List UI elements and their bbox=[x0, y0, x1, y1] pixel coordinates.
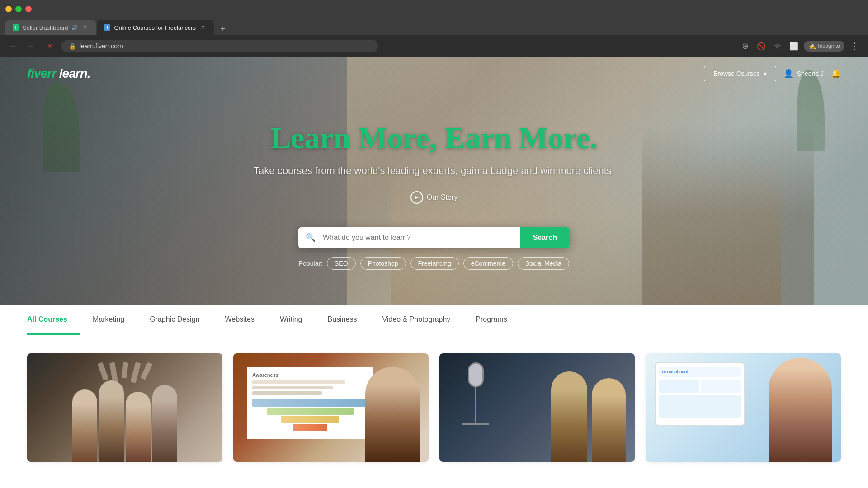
person-silhouette-2 bbox=[365, 367, 420, 462]
search-button[interactable]: Search bbox=[520, 227, 570, 248]
forward-button[interactable]: → bbox=[25, 40, 38, 52]
tag-social-media[interactable]: Social Media bbox=[518, 257, 569, 270]
tag-photoshop[interactable]: Photoshop bbox=[360, 257, 406, 270]
our-story-button[interactable]: ▶ Our Story bbox=[410, 191, 458, 204]
incognito-icon: 🕵️ bbox=[808, 42, 816, 50]
tab-bar: f Seller Dashboard 🔊 ✕ f Online Courses … bbox=[0, 18, 868, 35]
tabs-section: All Courses Marketing Graphic Design Web… bbox=[0, 305, 868, 335]
user-name: Sheena J bbox=[797, 70, 824, 77]
incognito-badge[interactable]: 🕵️ Incognito bbox=[804, 41, 844, 52]
maximize-button[interactable] bbox=[15, 6, 22, 12]
browse-courses-label: Browse Courses bbox=[713, 70, 760, 77]
tab-graphic-design[interactable]: Graphic Design bbox=[137, 305, 212, 335]
eye-slash-icon[interactable]: 🚫 bbox=[755, 40, 768, 52]
tab-all-courses[interactable]: All Courses bbox=[27, 305, 80, 335]
search-input[interactable] bbox=[323, 227, 520, 248]
hero-nav: fiverr learn. Browse Courses ▾ 👤 Sheena … bbox=[0, 57, 868, 90]
address-field[interactable]: 🔒 learn.fiverr.com bbox=[61, 40, 378, 52]
hero-nav-right: Browse Courses ▾ 👤 Sheena J 🔔 bbox=[704, 66, 841, 81]
address-bar: ← → ✕ 🔒 learn.fiverr.com ⊕ 🚫 ☆ ⬜ 🕵️ Inco… bbox=[0, 35, 868, 57]
lock-icon: 🔒 bbox=[69, 43, 76, 50]
hero-title-dot: . bbox=[590, 121, 598, 155]
tab-marketing[interactable]: Marketing bbox=[80, 305, 137, 335]
minimize-button[interactable] bbox=[5, 6, 12, 12]
tag-seo[interactable]: SEO bbox=[327, 257, 356, 270]
chevron-down-icon: ▾ bbox=[764, 70, 767, 77]
tab-label-courses: Online Courses for Freelancers bbox=[114, 24, 196, 31]
tab-video-photography[interactable]: Video & Photography bbox=[369, 305, 463, 335]
user-area[interactable]: 👤 Sheena J 🔔 bbox=[783, 69, 841, 79]
logo-learn: learn. bbox=[56, 66, 90, 80]
hero-title: Learn More, Earn More. bbox=[254, 120, 614, 156]
more-button[interactable]: ⋮ bbox=[848, 40, 861, 52]
search-container: 🔍 Search bbox=[298, 227, 570, 248]
tab-close-seller[interactable]: ✕ bbox=[81, 24, 89, 31]
course-thumbnail-4: UI Dashboard bbox=[646, 353, 841, 462]
course-card-3[interactable] bbox=[439, 353, 635, 462]
back-button[interactable]: ← bbox=[7, 40, 20, 52]
popular-label: Popular: bbox=[299, 260, 322, 267]
popular-tags: Popular: SEO Photoshop Freelancing eComm… bbox=[254, 257, 614, 270]
microphone bbox=[462, 362, 489, 425]
tab-courses[interactable]: f Online Courses for Freelancers ✕ bbox=[97, 20, 214, 35]
courses-section: Awareness bbox=[0, 335, 868, 480]
site: fiverr learn. Browse Courses ▾ 👤 Sheena … bbox=[0, 57, 868, 480]
hands-phones bbox=[100, 362, 149, 385]
tab-writing[interactable]: Writing bbox=[267, 305, 315, 335]
logo-text: fiverr bbox=[27, 66, 56, 80]
course-thumbnail-2: Awareness bbox=[233, 353, 429, 462]
course-card-4[interactable]: UI Dashboard bbox=[646, 353, 841, 462]
course-card-2[interactable]: Awareness bbox=[233, 353, 429, 462]
site-logo[interactable]: fiverr learn. bbox=[27, 66, 90, 81]
tab-audio-icon: 🔊 bbox=[71, 25, 78, 31]
presentation-screen: Awareness bbox=[247, 367, 373, 439]
our-story-container: ▶ Our Story bbox=[254, 191, 614, 216]
browser-titlebar bbox=[0, 0, 868, 18]
hero-subtitle: Take courses from the world's leading ex… bbox=[254, 165, 614, 177]
courses-grid: Awareness bbox=[27, 353, 841, 462]
tab-business[interactable]: Business bbox=[315, 305, 369, 335]
incognito-label: Incognito bbox=[818, 43, 840, 49]
address-text: learn.fiverr.com bbox=[80, 42, 123, 50]
close-button[interactable] bbox=[25, 6, 32, 12]
notification-icon[interactable]: 🔔 bbox=[831, 69, 841, 79]
play-icon: ▶ bbox=[410, 191, 423, 204]
tabs-list: All Courses Marketing Graphic Design Web… bbox=[27, 305, 841, 335]
bookmark-button[interactable]: ☆ bbox=[771, 40, 784, 52]
course-thumbnail-1 bbox=[27, 353, 222, 462]
tab-programs[interactable]: Programs bbox=[463, 305, 519, 335]
profile-button[interactable]: ⬜ bbox=[788, 40, 800, 52]
user-icon: 👤 bbox=[783, 69, 793, 79]
reload-button[interactable]: ✕ bbox=[43, 40, 56, 52]
hero-section: fiverr learn. Browse Courses ▾ 👤 Sheena … bbox=[0, 57, 868, 305]
search-icon: 🔍 bbox=[298, 233, 323, 243]
hero-content: Learn More, Earn More. Take courses from… bbox=[245, 84, 623, 279]
browser-chrome: f Seller Dashboard 🔊 ✕ f Online Courses … bbox=[0, 0, 868, 57]
tab-close-courses[interactable]: ✕ bbox=[199, 24, 207, 31]
person-silhouette-4 bbox=[769, 358, 832, 462]
new-tab-button[interactable]: + bbox=[217, 23, 229, 35]
tab-websites[interactable]: Websites bbox=[212, 305, 267, 335]
laptop-screen: UI Dashboard bbox=[655, 362, 745, 426]
course-card-1[interactable] bbox=[27, 353, 222, 462]
tab-label-seller: Seller Dashboard bbox=[23, 24, 68, 31]
tab-favicon-courses: f bbox=[104, 24, 110, 31]
hero-title-text: Learn More, Earn More bbox=[270, 121, 590, 155]
tab-favicon-seller: f bbox=[13, 24, 19, 31]
browse-courses-button[interactable]: Browse Courses ▾ bbox=[704, 66, 776, 81]
people-silhouettes-3 bbox=[551, 371, 626, 462]
tag-freelancing[interactable]: Freelancing bbox=[410, 257, 459, 270]
extensions-button[interactable]: ⊕ bbox=[739, 40, 751, 52]
browser-actions: ⊕ 🚫 ☆ ⬜ 🕵️ Incognito ⋮ bbox=[739, 40, 861, 52]
people-group bbox=[72, 380, 177, 462]
tab-seller-dashboard[interactable]: f Seller Dashboard 🔊 ✕ bbox=[5, 20, 96, 35]
course-thumbnail-3 bbox=[439, 353, 635, 462]
tag-ecommerce[interactable]: eCommerce bbox=[463, 257, 513, 270]
our-story-label: Our Story bbox=[427, 193, 458, 202]
